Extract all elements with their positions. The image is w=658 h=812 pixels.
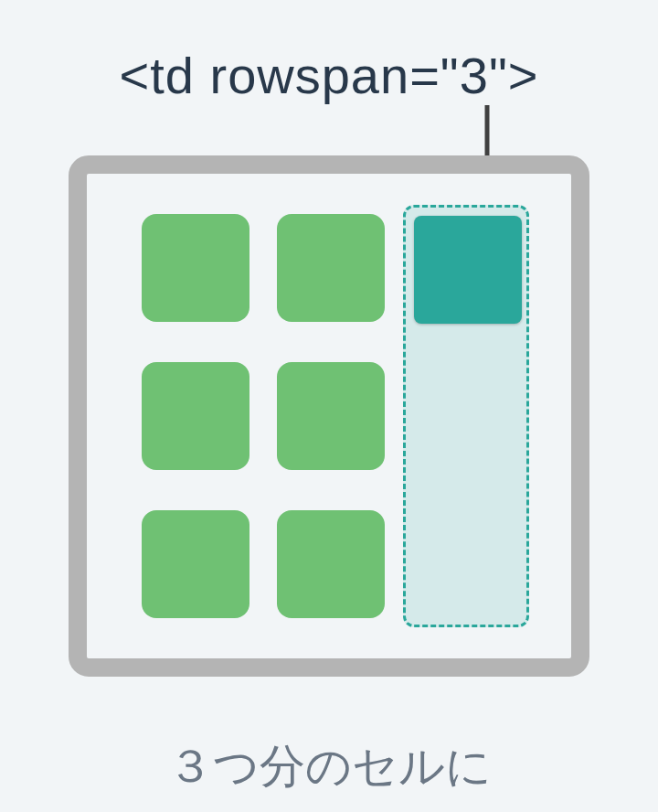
table-cell — [142, 510, 249, 618]
table-frame — [69, 155, 589, 677]
rowspan-cell — [414, 216, 522, 324]
code-label: <td rowspan="3"> — [0, 46, 658, 105]
table-cell — [277, 510, 385, 618]
table-cell — [142, 362, 249, 470]
table-cell — [142, 214, 249, 322]
table-cell — [277, 214, 385, 322]
table-cell — [277, 362, 385, 470]
caption-text: ３つ分のセルに — [0, 736, 658, 797]
